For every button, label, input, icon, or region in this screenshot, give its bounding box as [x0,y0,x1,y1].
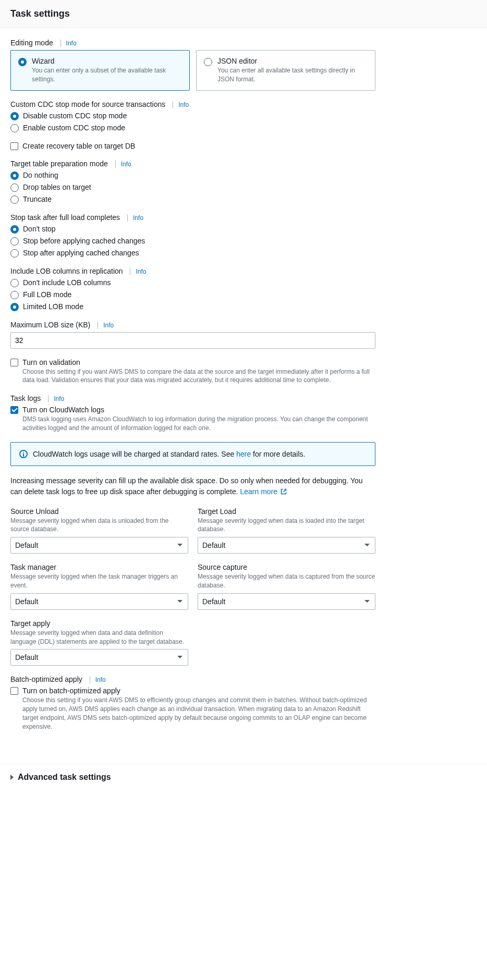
task-manager-label: Task manager [10,563,56,571]
stop-task-section: Stop task after full load completes Info… [10,213,375,258]
cloudwatch-notice: CloudWatch logs usage will be charged at… [10,442,375,466]
cdc-disable-radio[interactable]: Disable custom CDC stop mode [10,112,375,120]
validation-section: Turn on validation Choose this setting i… [10,358,375,385]
batch-apply-opt-label: Turn on batch-optimized apply [22,687,375,695]
table-prep-truncate-radio[interactable]: Truncate [10,195,375,204]
editing-mode-wizard-tile[interactable]: Wizard You can enter only a subset of th… [10,50,190,91]
stop-task-dont-radio[interactable]: Don't stop [10,225,375,234]
target-load-select[interactable]: Default [198,537,375,554]
lob-section: Include LOB columns in replication Info … [10,267,375,311]
radio-icon [10,279,19,287]
table-prep-info[interactable]: Info [115,161,131,168]
panel-title: Task settings [10,8,477,19]
source-unload-label: Source Unload [10,507,59,516]
cw-notice-link[interactable]: here [236,450,251,458]
cw-notice-pre: CloudWatch logs usage will be charged at… [33,450,236,458]
cdc-stop-label: Custom CDC stop mode for source transact… [10,100,165,108]
target-apply-desc: Message severity logged when data and da… [10,629,188,646]
lob-label: Include LOB columns in replication [10,267,123,275]
table-prep-truncate-label: Truncate [23,195,375,203]
table-prep-label: Target table preparation mode [10,160,108,168]
source-capture-desc: Message severity logged when data is cap… [198,572,375,590]
cloudwatch-notice-text: CloudWatch logs usage will be charged at… [33,450,305,458]
task-manager-desc: Message severity logged when the task ma… [10,572,188,590]
lob-info[interactable]: Info [130,268,146,275]
table-prep-nothing-radio[interactable]: Do nothing [10,171,375,180]
recovery-table-label: Create recovery table on target DB [22,142,375,150]
cdc-disable-label: Disable custom CDC stop mode [23,112,375,120]
radio-icon [10,124,19,132]
editing-mode-label: Editing mode [10,39,53,47]
max-lob-section: Maximum LOB size (KB) Info [10,321,375,349]
task-manager-group: Task manager Message severity logged whe… [10,563,188,610]
cdc-stop-info[interactable]: Info [173,101,189,108]
checkbox-icon [10,406,18,414]
cloudwatch-checkbox[interactable]: Turn on CloudWatch logs DMS task logging… [10,406,375,433]
table-prep-drop-radio[interactable]: Drop tables on target [10,183,375,192]
cdc-enable-radio[interactable]: Enable custom CDC stop mode [10,124,375,132]
stop-task-info[interactable]: Info [127,214,143,222]
target-apply-select[interactable]: Default [10,649,188,666]
validation-label: Turn on validation [22,358,375,366]
lob-limited-label: Limited LOB mode [23,302,375,311]
radio-icon [10,303,19,311]
cdc-enable-label: Enable custom CDC stop mode [23,124,375,132]
editing-mode-info[interactable]: Info [60,40,77,47]
batch-apply-checkbox[interactable]: Turn on batch-optimized apply Choose thi… [10,687,375,731]
radio-icon [10,249,19,258]
target-load-label: Target Load [198,507,236,516]
severity-learn-more-link[interactable]: Learn more [240,487,287,496]
validation-checkbox[interactable]: Turn on validation Choose this setting i… [10,358,375,385]
validation-desc: Choose this setting if you want AWS DMS … [22,368,375,385]
radio-icon [10,291,19,299]
max-lob-label: Maximum LOB size (KB) [10,321,90,329]
stop-task-before-label: Stop before applying cached changes [23,237,375,245]
source-unload-select[interactable]: Default [10,537,188,554]
batch-apply-label: Batch-optimized apply [10,675,82,683]
advanced-task-settings-toggle[interactable]: Advanced task settings [0,764,487,790]
target-apply-label: Target apply [10,619,50,628]
wizard-desc: You can enter only a subset of the avail… [32,66,182,84]
batch-apply-section: Batch-optimized apply Info Turn on batch… [10,675,375,731]
stop-task-before-radio[interactable]: Stop before applying cached changes [10,237,375,246]
target-load-group: Target Load Message severity logged when… [198,507,375,554]
table-prep-nothing-label: Do nothing [23,171,375,179]
task-manager-select[interactable]: Default [10,593,188,610]
radio-icon [10,112,19,120]
stop-task-label: Stop task after full load completes [10,213,120,222]
lob-none-radio[interactable]: Don't include LOB columns [10,278,375,287]
lob-full-radio[interactable]: Full LOB mode [10,290,375,299]
checkbox-icon [10,359,18,366]
cw-notice-post: for more details. [251,450,305,458]
recovery-table-checkbox[interactable]: Create recovery table on target DB [10,142,375,150]
radio-icon [10,237,19,246]
severity-note: Increasing message severity can fill up … [10,475,375,498]
max-lob-info[interactable]: Info [98,322,114,329]
task-logs-info[interactable]: Info [48,395,64,402]
task-logs-label: Task logs [10,394,41,402]
max-lob-input[interactable] [10,332,375,349]
source-capture-label: Source capture [198,563,247,571]
source-capture-select[interactable]: Default [198,593,375,610]
stop-task-dont-label: Don't stop [23,225,375,233]
source-capture-group: Source capture Message severity logged w… [198,563,375,610]
lob-limited-radio[interactable]: Limited LOB mode [10,302,375,311]
radio-icon [10,172,19,180]
cloudwatch-desc: DMS task logging uses Amazon CloudWatch … [22,415,375,433]
editing-mode-section: Editing mode Info Wizard You can enter o… [10,39,375,91]
source-unload-desc: Message severity logged when data is unl… [10,517,188,534]
radio-icon [18,58,27,66]
wizard-title: Wizard [32,57,182,65]
lob-none-label: Don't include LOB columns [23,278,375,287]
json-title: JSON editor [217,57,368,65]
editing-mode-json-tile[interactable]: JSON editor You can enter all available … [196,50,375,91]
batch-apply-desc: Choose this setting if you want AWS DMS … [22,696,375,731]
recovery-table-section: Create recovery table on target DB [10,142,375,150]
radio-icon [10,225,19,234]
batch-apply-info[interactable]: Info [90,676,106,683]
target-load-desc: Message severity logged when data is loa… [198,517,375,534]
table-prep-drop-label: Drop tables on target [23,183,375,191]
info-icon [19,450,28,458]
stop-task-after-radio[interactable]: Stop after applying cached changes [10,249,375,258]
caret-right-icon [10,775,14,780]
